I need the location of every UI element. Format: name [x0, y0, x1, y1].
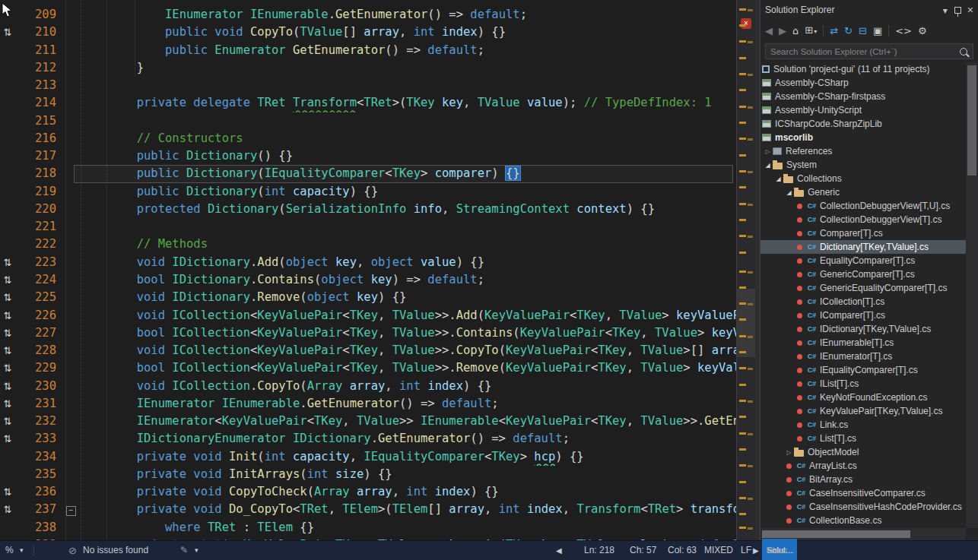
switch-views-icon[interactable]: ⊞▾	[805, 25, 817, 36]
implements-icon[interactable]: ⇅	[0, 271, 15, 289]
implements-icon[interactable]: ⇅	[0, 24, 15, 41]
fold-toggle[interactable]: −	[56, 501, 80, 518]
fold-minus-icon[interactable]: −	[66, 506, 76, 516]
show-all-files-icon[interactable]: ▣	[873, 26, 882, 36]
scrollbar-thumb[interactable]	[967, 65, 976, 176]
implements-icon[interactable]: ⇅	[0, 483, 15, 501]
document-health-error-icon[interactable]: ×	[741, 18, 751, 29]
tree-item[interactable]: C#CollectionDebuggerView[T].cs	[760, 213, 966, 226]
eol-indicator[interactable]: LF	[741, 541, 751, 560]
back-icon[interactable]: ◀	[765, 26, 773, 36]
tree-item[interactable]: mscorlib	[760, 131, 966, 144]
code-line[interactable]: 218 public Dictionary(IEqualityComparer<…	[0, 165, 736, 182]
tree-item[interactable]: C#IComparer[T].cs	[760, 308, 966, 322]
char-indicator[interactable]: Ch: 57	[630, 541, 656, 560]
code-line[interactable]: ⇅223 void IDictionary.Add(object key, ob…	[0, 254, 736, 271]
code-line[interactable]: 209 IEnumerator IEnumerable.GetEnumerato…	[0, 6, 736, 24]
implements-icon[interactable]: ⇅	[0, 324, 15, 342]
window-position-icon[interactable]: ▾	[943, 5, 948, 16]
expander-slot[interactable]: ◢	[773, 176, 783, 182]
sync-with-active-document-icon[interactable]: ⇄	[830, 26, 838, 36]
tree-item[interactable]: C#KeyNotFoundException.cs	[760, 391, 966, 404]
tree-item[interactable]: Assembly-UnityScript	[760, 103, 966, 117]
tree-item[interactable]: C#GenericEqualityComparer[T].cs	[760, 281, 966, 295]
properties-icon[interactable]: ⚙	[918, 26, 927, 36]
search-input[interactable]	[765, 43, 973, 59]
tree-item[interactable]: C#CaseInsensitiveComparer.cs	[760, 486, 966, 500]
tree-item[interactable]: C#Comparer[T].cs	[760, 226, 966, 240]
close-icon[interactable]: ×	[967, 4, 973, 16]
tree-item[interactable]: C#IEnumerable[T].cs	[760, 336, 966, 350]
pen-caret-icon[interactable]: ▾	[195, 541, 198, 560]
tree-item[interactable]: C#GenericComparer[T].cs	[760, 267, 966, 281]
tree-item[interactable]: C#IEqualityComparer[T].cs	[760, 363, 966, 377]
tree-item[interactable]: ◢Collections	[760, 172, 966, 185]
tree-item[interactable]: ▷References	[760, 144, 966, 158]
tree-item[interactable]: C#EqualityComparer[T].cs	[760, 254, 966, 267]
code-line[interactable]: ⇅229 bool ICollection<KeyValuePair<TKey,…	[0, 359, 736, 377]
collapsed-arrow-icon[interactable]: ▷	[786, 449, 791, 456]
tree-item[interactable]: C#KeyValuePair[TKey,TValue].cs	[760, 404, 966, 418]
tree-item[interactable]: ▷ObjectModel	[760, 445, 966, 459]
code-line[interactable]: ⇅232 IEnumerator<KeyValuePair<TKey, TVal…	[0, 413, 736, 430]
scrollbar-thumb[interactable]	[762, 530, 910, 538]
column-indicator[interactable]: Col: 63	[668, 541, 697, 560]
tree-item[interactable]: C#List[T].cs	[760, 432, 966, 445]
implements-icon[interactable]: ⇅	[0, 395, 15, 413]
tree-item[interactable]: C#CaseInsensitiveHashCodeProvider.cs	[760, 500, 966, 514]
tree-item[interactable]: C#ICollection[T].cs	[760, 295, 966, 308]
zoom-caret-icon[interactable]: ▾	[20, 541, 24, 560]
code-line[interactable]: ⇅224 bool IDictionary.Contains(object ke…	[0, 271, 736, 289]
issues-status[interactable]: No issues found	[83, 541, 148, 560]
code-line[interactable]: 216 // Constructors	[0, 130, 736, 147]
code-line[interactable]: 211 public Enumerator GetEnumerator() =>…	[0, 42, 736, 59]
code-line[interactable]: 238 where TRet : TElem {}	[0, 519, 736, 536]
code-line[interactable]: ⇅236 private void CopyToCheck(Array arra…	[0, 483, 736, 501]
code-line[interactable]: ⇅231 IEnumerator IEnumerable.GetEnumerat…	[0, 395, 736, 413]
collapsed-arrow-icon[interactable]: ▷	[765, 148, 770, 155]
editor-scrollbar[interactable]: ×	[736, 0, 755, 540]
code-line[interactable]: 212 }	[0, 59, 736, 77]
implements-icon[interactable]: ⇅	[0, 430, 15, 448]
line-indicator[interactable]: Ln: 218	[584, 541, 614, 560]
search-icon[interactable]	[960, 48, 967, 55]
tree-item[interactable]: C#IList[T].cs	[760, 377, 966, 391]
scroll-right-icon[interactable]: ▶	[753, 541, 759, 560]
code-line[interactable]: ⇅230 void ICollection.CopyTo(Array array…	[0, 378, 736, 395]
encoding-indicator[interactable]: MIXED	[704, 541, 733, 560]
implements-icon[interactable]: ⇅	[0, 378, 15, 395]
tree-vertical-scrollbar[interactable]	[966, 62, 978, 528]
expander-slot[interactable]: ◢	[784, 189, 794, 196]
tree-item[interactable]: C#Link.cs	[760, 418, 966, 432]
code-editor[interactable]: 209 IEnumerator IEnumerable.GetEnumerato…	[0, 0, 736, 540]
expanded-arrow-icon[interactable]: ◢	[765, 162, 770, 169]
pen-icon[interactable]: ✎	[180, 541, 188, 560]
expanded-arrow-icon[interactable]: ◢	[786, 189, 791, 196]
collapse-all-icon[interactable]: ⊟	[859, 26, 867, 36]
tree-item[interactable]: C#ArrayList.cs	[760, 459, 966, 473]
code-line[interactable]: 215	[0, 112, 736, 130]
expander-slot[interactable]: ▷	[763, 148, 773, 155]
view-code-icon[interactable]: <>	[895, 26, 912, 36]
refresh-icon[interactable]: ↻	[844, 26, 853, 36]
tree-item[interactable]: Assembly-CSharp	[760, 76, 966, 90]
code-line[interactable]: 221	[0, 218, 736, 236]
pin-icon[interactable]	[954, 7, 961, 14]
implements-icon[interactable]: ⇅	[0, 501, 15, 518]
code-line[interactable]: ⇅226 void ICollection<KeyValuePair<TKey,…	[0, 307, 736, 324]
code-line[interactable]: ⇅225 void IDictionary.Remove(object key)…	[0, 289, 736, 306]
code-line[interactable]: ⇅210 public void CopyTo(TValue[] array, …	[0, 24, 736, 41]
tree-item[interactable]: C#BitArray.cs	[760, 473, 966, 486]
implements-icon[interactable]: ⇅	[0, 307, 15, 324]
code-line[interactable]: 235 private void InitArrays(int size) {}	[0, 466, 736, 483]
code-line[interactable]: 234 private void Init(int capacity, IEqu…	[0, 448, 736, 466]
code-line[interactable]: ⇅228 void ICollection<KeyValuePair<TKey,…	[0, 342, 736, 359]
expander-slot[interactable]: ▷	[784, 449, 794, 456]
code-line[interactable]: ⇅237− private void Do_CopyTo<TRet, TElem…	[0, 501, 736, 518]
tree-item[interactable]: Assembly-CSharp-firstpass	[760, 90, 966, 103]
zoom-control[interactable]: %	[5, 541, 14, 560]
code-line[interactable]: ⇅227 bool ICollection<KeyValuePair<TKey,…	[0, 324, 736, 342]
implements-icon[interactable]: ⇅	[0, 342, 15, 359]
implements-icon[interactable]: ⇅	[0, 359, 15, 377]
tree-item[interactable]: C#CollectionDebuggerView[T,U].cs	[760, 199, 966, 213]
